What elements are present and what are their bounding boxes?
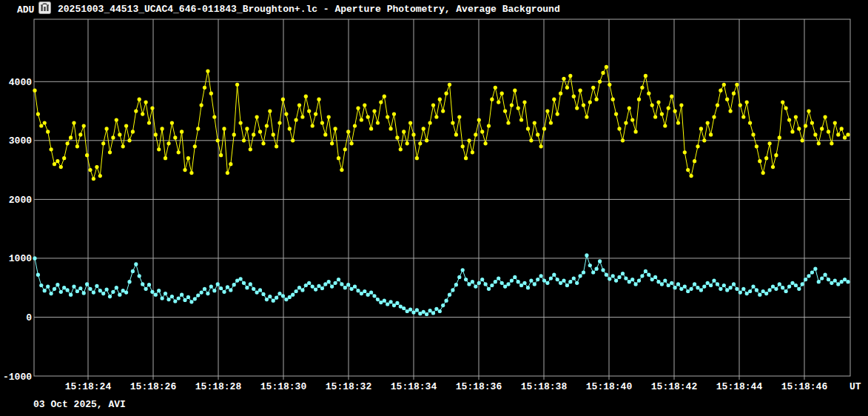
x-tick-label: 15:18:36 <box>456 381 502 392</box>
x-tick-label: 15:18:38 <box>521 381 568 392</box>
x-tick-label: 15:18:34 <box>391 381 437 392</box>
series-aperture-signal <box>33 65 850 181</box>
x-tick-label: 15:18:40 <box>586 381 633 392</box>
plot-border <box>34 19 850 376</box>
photometry-plot-window: ADU 20251003_44513_UCAC4_646-011843_Brou… <box>0 0 868 416</box>
x-tick-label: 15:18:44 <box>716 381 763 392</box>
x-tick-label: 15:18:24 <box>65 381 112 392</box>
x-tick-label: 15:18:42 <box>651 381 698 392</box>
y-tick-label: 3000 <box>9 135 32 147</box>
h-gridlines <box>34 81 850 317</box>
y-tick-labels: 40003000200010000-1000 <box>3 77 32 383</box>
v-gridlines: 15:18:2415:18:2615:18:2815:18:3015:18:32… <box>65 19 828 392</box>
footer-date-label: 03 Oct 2025, AVI <box>33 399 126 410</box>
y-tick-label: 4000 <box>9 77 32 88</box>
x-tick-label: 15:18:30 <box>260 381 307 392</box>
x-axis-unit-label: UT <box>850 381 861 392</box>
series-average-background <box>33 253 850 316</box>
y-tick-label: -1000 <box>3 372 32 383</box>
x-tick-label: 15:18:46 <box>781 381 828 392</box>
light-curve-chart: 15:18:2415:18:2615:18:2815:18:3015:18:32… <box>0 0 868 416</box>
y-tick-label: 2000 <box>9 195 32 206</box>
x-tick-label: 15:18:26 <box>130 381 177 392</box>
y-tick-label: 1000 <box>9 253 32 264</box>
x-tick-label: 15:18:28 <box>195 381 242 392</box>
y-tick-label: 0 <box>26 312 32 323</box>
x-tick-label: 15:18:32 <box>326 381 372 392</box>
